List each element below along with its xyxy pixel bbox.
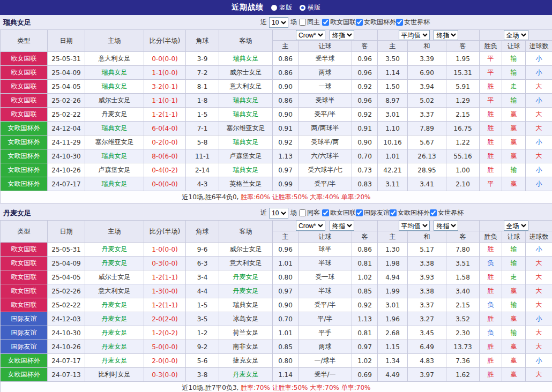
average-select[interactable]: 平均值: [399, 30, 430, 40]
col-header: 主场: [85, 30, 144, 52]
match-date: 24-11-29: [48, 135, 85, 149]
league-filter-checkbox[interactable]: [396, 19, 403, 26]
avg-home: 1.99: [378, 284, 408, 298]
handicap-line: 受平/半: [299, 298, 352, 312]
score: 0-0(0-0): [144, 52, 186, 66]
col-header: 比分(半场): [144, 221, 186, 243]
league-filter-label: 女欧国杯外: [398, 208, 430, 217]
avg-draw: 7.89: [408, 122, 446, 135]
avg-home: 1.10: [378, 122, 408, 135]
result-goals: 小: [526, 243, 552, 257]
league-badge: 女欧国杯外: [1, 122, 48, 135]
result-outcome: 胜: [480, 270, 502, 284]
league-badge: 女欧国杯外: [1, 368, 48, 382]
avg-draw: 3.45: [408, 326, 446, 340]
match-row: 女欧国杯外24-07-13比利时女足0-3(0-0)3-8丹麦女足1.14受半/…: [1, 368, 552, 382]
result-outcome: 胜: [480, 312, 502, 326]
same-side-checkbox[interactable]: [299, 209, 306, 216]
col-header: 角球: [186, 30, 219, 52]
average-odds-header: 平均值 终指: [378, 221, 480, 231]
average-select[interactable]: 平均值: [399, 221, 430, 231]
league-badge: 欧女国联: [1, 108, 48, 122]
result-outcome: 胜: [480, 135, 502, 149]
radio-unselected-icon: [271, 5, 277, 11]
result-goals: 大: [526, 257, 552, 270]
recent-count-select[interactable]: 10: [269, 17, 288, 28]
league-filter[interactable]: 女欧国杯外: [390, 208, 430, 217]
odds-away: 0.96: [352, 52, 378, 66]
match-date: 24-10-30: [48, 149, 85, 163]
recent-label: 近: [260, 208, 267, 217]
sub-col-header: 主: [273, 41, 299, 52]
bookmaker-odds-type-select[interactable]: 终指: [330, 221, 354, 231]
result-goals: 小: [526, 52, 552, 66]
away-team: 荷兰女足: [219, 326, 273, 340]
sub-col-header: 进球数: [526, 231, 552, 243]
scope-select[interactable]: 全场: [504, 30, 528, 40]
same-side-filter[interactable]: 同客: [299, 208, 320, 217]
league-filter-checkbox[interactable]: [390, 209, 397, 216]
same-side-checkbox[interactable]: [299, 19, 306, 26]
league-filter-checkbox[interactable]: [430, 209, 437, 216]
recent-count-select[interactable]: 10: [269, 208, 288, 218]
avg-draw: 3.27: [408, 312, 446, 326]
col-header: 类型: [1, 30, 48, 52]
odds-away: 0.73: [352, 163, 378, 177]
result-goals: 大: [526, 122, 552, 135]
col-header: 日期: [48, 221, 85, 243]
sub-col-header: 让球: [299, 41, 352, 52]
result-handicap: 输: [502, 326, 526, 340]
average-odds-type-select[interactable]: 终指: [434, 30, 458, 40]
league-filter[interactable]: 欧女国联: [322, 18, 356, 27]
league-filter[interactable]: 欧女国联: [322, 208, 356, 217]
odds-home: 1.01: [273, 257, 299, 270]
sub-col-header: 主: [378, 231, 408, 243]
bookmaker-select[interactable]: Crow*: [296, 221, 325, 231]
league-filter-checkbox[interactable]: [356, 19, 363, 26]
league-filter-checkbox[interactable]: [322, 19, 329, 26]
team-section: 丹麦女足 近 10 场 同客 欧女国联国际友谊女欧国杯外女世界杯: [0, 206, 552, 392]
league-badge: 欧女国联: [1, 52, 48, 66]
avg-home: 3.50: [378, 52, 408, 66]
bookmaker-select[interactable]: Crow*: [296, 30, 325, 40]
score: 3-2(0-1): [144, 80, 186, 94]
bookmaker-odds-header: Crow* 终指: [273, 221, 378, 231]
league-filter-checkbox[interactable]: [322, 209, 329, 216]
result-handicap: 赢: [502, 354, 526, 368]
league-filter[interactable]: 女欧国杯外: [356, 18, 396, 27]
result-handicap: 输: [502, 298, 526, 312]
result-outcome: 负: [480, 326, 502, 340]
match-date: 25-05-31: [48, 243, 85, 257]
layout-radio-vertical[interactable]: 竖版: [271, 3, 292, 12]
result-handicap: 赢: [502, 122, 526, 135]
layout-radio-horizontal[interactable]: 横版: [300, 3, 320, 12]
sub-col-header: 客: [446, 41, 480, 52]
league-filter[interactable]: 女世界杯: [396, 18, 430, 27]
odds-away: 1.13: [352, 312, 378, 326]
match-date: 24-10-26: [48, 340, 85, 354]
result-outcome: 胜: [480, 243, 502, 257]
result-handicap: 赢: [502, 284, 526, 298]
home-team: 卢森堡女足: [85, 163, 144, 177]
score: 0-3(0-0): [144, 368, 186, 382]
league-badge: 欧女国联: [1, 66, 48, 80]
match-date: 24-12-04: [48, 122, 85, 135]
result-goals: 大: [526, 108, 552, 122]
result-outcome: 平: [480, 94, 502, 108]
result-handicap: 赢: [502, 135, 526, 149]
league-filter[interactable]: 国际友谊: [356, 208, 390, 217]
league-filter-checkbox[interactable]: [356, 209, 363, 216]
league-badge: 欧女国联: [1, 284, 48, 298]
radio-selected-icon: [300, 5, 305, 11]
scope-select[interactable]: 全场: [504, 221, 528, 231]
league-filter[interactable]: 女世界杯: [430, 208, 464, 217]
odds-home: 0.85: [273, 340, 299, 354]
avg-away: 3.52: [446, 312, 480, 326]
result-handicap: 走: [502, 80, 526, 94]
bookmaker-odds-type-select[interactable]: 终指: [330, 30, 354, 40]
sub-col-header: 让球: [299, 231, 352, 243]
average-odds-type-select[interactable]: 终指: [434, 221, 458, 231]
same-side-filter[interactable]: 同主: [299, 18, 320, 27]
recent-label: 近: [260, 18, 267, 27]
avg-draw: 5.17: [408, 243, 446, 257]
